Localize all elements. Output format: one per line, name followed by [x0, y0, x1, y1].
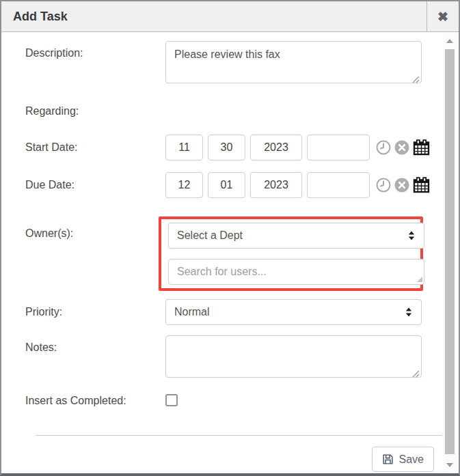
- highlight-annotation: Select a Dept: [159, 216, 423, 291]
- due-date-row: Due Date:: [25, 172, 459, 198]
- dialog-title: Add Task: [1, 1, 427, 31]
- insert-completed-checkbox[interactable]: [165, 394, 178, 406]
- due-time-clock-button[interactable]: [376, 178, 391, 193]
- dialog-footer: Save: [25, 436, 459, 472]
- priority-select-value: Normal: [174, 306, 405, 318]
- circle-x-icon: [394, 140, 409, 155]
- scrollbar-down-arrow[interactable]: [444, 460, 456, 471]
- start-time-input[interactable]: [307, 135, 370, 160]
- description-textarea[interactable]: Please review this fax: [165, 41, 422, 83]
- user-search-input[interactable]: [168, 259, 424, 285]
- save-button[interactable]: Save: [372, 447, 434, 472]
- scrollbar-thumb[interactable]: [445, 49, 455, 454]
- regarding-row: Regarding:: [25, 105, 459, 119]
- resize-corner-icon[interactable]: [416, 275, 423, 283]
- resize-handle-icon[interactable]: [412, 76, 420, 83]
- due-time-input[interactable]: [307, 172, 370, 198]
- insert-completed-row: Insert as Completed:: [25, 394, 459, 408]
- description-label: Description:: [25, 41, 165, 59]
- clock-icon: [376, 178, 391, 193]
- notes-textarea[interactable]: [165, 335, 422, 378]
- calendar-icon: [413, 139, 430, 156]
- dialog-body: Description: Please review this fax Rega…: [1, 32, 459, 442]
- regarding-label: Regarding:: [25, 105, 165, 117]
- dept-select[interactable]: Select a Dept: [168, 223, 424, 249]
- due-date-clear-button[interactable]: [394, 178, 409, 193]
- owners-row: Owner(s): Select a Dept: [25, 216, 459, 291]
- priority-label: Priority:: [25, 306, 165, 318]
- close-button[interactable]: ✖: [427, 1, 459, 31]
- due-day-input[interactable]: [208, 172, 245, 198]
- dialog-header: Add Task ✖: [1, 1, 459, 32]
- up-down-caret-icon: [405, 307, 413, 318]
- due-year-input[interactable]: [250, 172, 302, 198]
- scrollbar-up-arrow[interactable]: [444, 36, 456, 46]
- add-task-dialog: Add Task ✖ Description: Please review th…: [0, 0, 460, 476]
- due-date-calendar-button[interactable]: [413, 177, 430, 193]
- start-date-calendar-button[interactable]: [413, 139, 430, 156]
- priority-select[interactable]: Normal: [165, 299, 422, 325]
- resize-handle-icon[interactable]: [412, 370, 420, 378]
- start-time-clock-button[interactable]: [376, 140, 391, 155]
- notes-label: Notes:: [25, 335, 165, 354]
- circle-x-icon: [394, 178, 409, 193]
- owners-label: Owner(s):: [25, 216, 165, 240]
- insert-completed-label: Insert as Completed:: [25, 395, 165, 407]
- calendar-icon: [413, 177, 430, 193]
- due-date-label: Due Date:: [25, 179, 165, 191]
- floppy-disk-icon: [382, 453, 394, 465]
- triangle-up-icon: [446, 39, 453, 43]
- save-button-label: Save: [399, 453, 424, 466]
- start-day-input[interactable]: [208, 135, 245, 160]
- triangle-down-icon: [446, 463, 453, 467]
- dept-select-value: Select a Dept: [177, 229, 407, 242]
- up-down-caret-icon: [407, 230, 416, 241]
- priority-row: Priority: Normal: [25, 299, 459, 325]
- description-row: Description: Please review this fax: [25, 41, 459, 86]
- start-date-clear-button[interactable]: [394, 140, 409, 155]
- start-date-row: Start Date:: [25, 135, 459, 160]
- due-month-input[interactable]: [165, 172, 203, 198]
- scrollbar[interactable]: [444, 33, 456, 472]
- start-month-input[interactable]: [165, 135, 203, 160]
- x-close-icon: ✖: [437, 9, 448, 25]
- notes-row: Notes:: [25, 335, 459, 380]
- start-date-label: Start Date:: [25, 141, 165, 154]
- start-year-input[interactable]: [250, 135, 302, 160]
- clock-icon: [376, 140, 391, 155]
